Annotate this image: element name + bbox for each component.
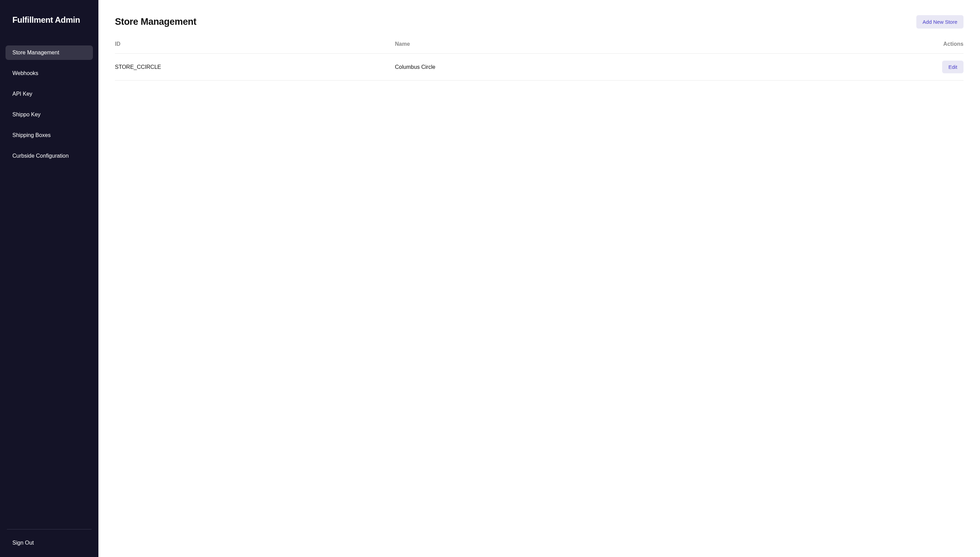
main-header: Store Management Add New Store	[115, 15, 964, 29]
app-title: Fulfillment Admin	[12, 15, 86, 25]
sidebar-item-curbside-configuration[interactable]: Curbside Configuration	[5, 149, 93, 163]
table-cell-name: Columbus Circle	[395, 54, 794, 81]
add-new-store-button[interactable]: Add New Store	[917, 15, 964, 29]
sign-out-button[interactable]: Sign Out	[7, 536, 91, 550]
stores-table: ID Name Actions STORE_CCIRCLE Columbus C…	[115, 41, 964, 81]
sidebar-item-store-management[interactable]: Store Management	[5, 46, 93, 60]
sidebar-item-shipping-boxes[interactable]: Shipping Boxes	[5, 128, 93, 143]
sidebar-header: Fulfillment Admin	[0, 0, 98, 46]
sidebar-footer: Sign Out	[0, 529, 98, 557]
table-row: STORE_CCIRCLE Columbus Circle Edit	[115, 54, 964, 81]
sidebar-divider	[7, 529, 91, 529]
edit-store-button[interactable]: Edit	[942, 60, 964, 73]
sidebar-item-api-key[interactable]: API Key	[5, 87, 93, 101]
sidebar-nav: Store Management Webhooks API Key Shippo…	[0, 46, 98, 529]
sidebar-item-webhooks[interactable]: Webhooks	[5, 66, 93, 81]
page-title: Store Management	[115, 16, 197, 27]
table-cell-id: STORE_CCIRCLE	[115, 54, 395, 81]
sidebar-item-shippo-key[interactable]: Shippo Key	[5, 107, 93, 122]
main-content: Store Management Add New Store ID Name A…	[98, 0, 980, 557]
table-cell-actions: Edit	[794, 54, 964, 81]
table-header-name: Name	[395, 41, 794, 54]
table-header-actions: Actions	[794, 41, 964, 54]
table-header-row: ID Name Actions	[115, 41, 964, 54]
sidebar: Fulfillment Admin Store Management Webho…	[0, 0, 98, 557]
table-header-id: ID	[115, 41, 395, 54]
